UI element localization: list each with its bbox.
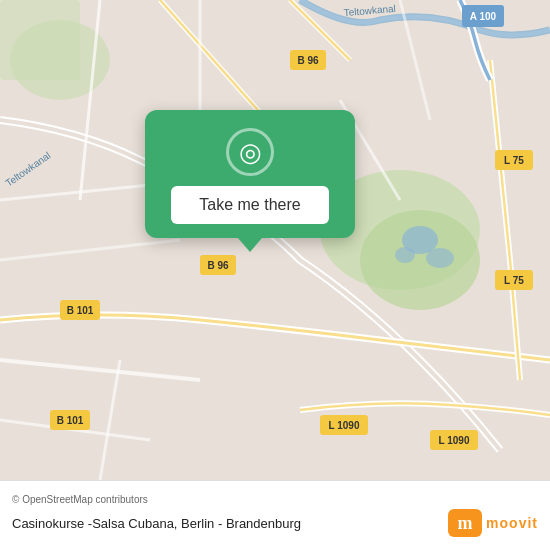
svg-text:B 96: B 96 [207,260,229,271]
svg-text:A 100: A 100 [470,11,497,22]
take-me-there-button[interactable]: Take me there [171,186,328,224]
map-container: A 100 B 96 B 96 B 101 B 101 L 75 L 75 L … [0,0,550,480]
svg-text:B 101: B 101 [57,415,84,426]
location-info: Casinokurse -Salsa Cubana, Berlin - Bran… [12,509,538,537]
popup-icon-wrapper: ◎ [226,128,274,176]
svg-text:L 1090: L 1090 [329,420,360,431]
bottom-bar: © OpenStreetMap contributors Casinokurse… [0,480,550,550]
moovit-logo-icon: m [448,509,482,537]
svg-text:B 101: B 101 [67,305,94,316]
svg-text:L 75: L 75 [504,155,524,166]
location-pin-icon: ◎ [239,139,262,165]
svg-point-2 [360,210,480,310]
svg-text:L 1090: L 1090 [439,435,470,446]
svg-text:L 75: L 75 [504,275,524,286]
map-attribution: © OpenStreetMap contributors [12,494,538,505]
svg-point-39 [426,248,454,268]
moovit-logo-text: moovit [486,515,538,531]
svg-text:B 96: B 96 [297,55,319,66]
moovit-logo: m moovit [448,509,538,537]
location-popup: ◎ Take me there [145,110,355,238]
svg-point-40 [395,247,415,263]
location-name: Casinokurse -Salsa Cubana, Berlin - Bran… [12,516,301,531]
